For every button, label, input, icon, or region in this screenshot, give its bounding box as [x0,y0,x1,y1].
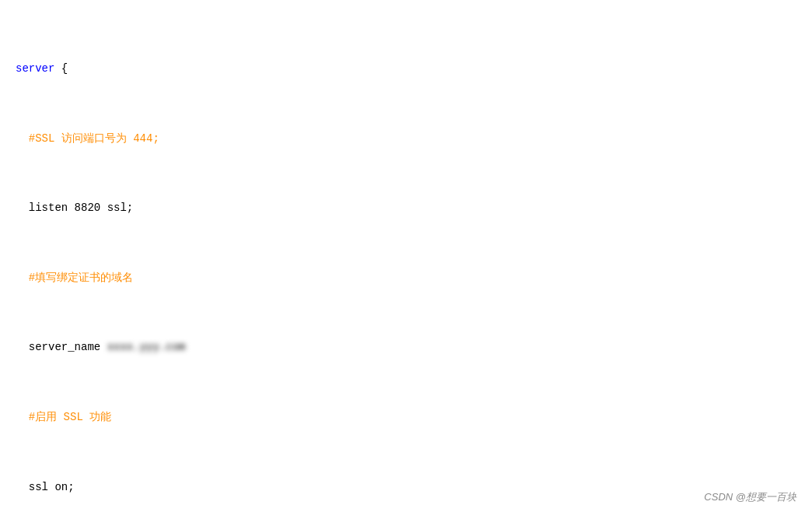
code-line-2: #SSL 访问端口号为 444; [16,130,796,147]
code-line-7: ssl on; [16,479,796,496]
code-line-4: #填写绑定证书的域名 [16,269,796,286]
code-block: server { #SSL 访问端口号为 444; listen 8820 ss… [0,0,812,512]
code-line-5: server_name xxxx.yyy.com [16,338,796,356]
watermark-text: CSDN @想要一百块 [704,490,796,504]
code-line-1: server { [16,60,796,77]
code-line-6: #启用 SSL 功能 [16,409,796,426]
code-line-3: listen 8820 ssl; [16,199,796,216]
